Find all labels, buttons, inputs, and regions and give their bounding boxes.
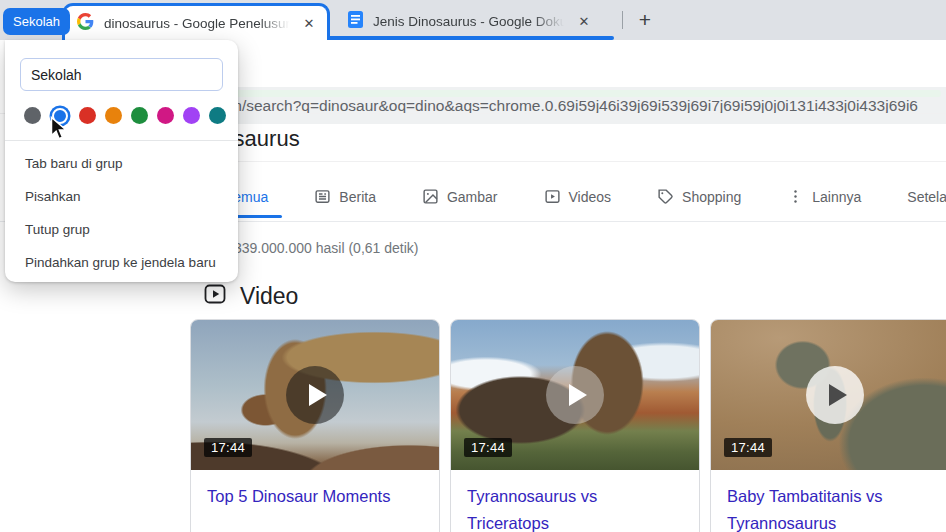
results-tab-lainnya[interactable]: Lainnya [787,188,861,205]
color-swatch-grey[interactable] [24,107,41,124]
video-title-link[interactable]: Baby Tambatitanis vs Tyrannosaurus [711,470,946,532]
video-thumbnail[interactable]: 17:44 [711,320,946,470]
results-tab-gambar[interactable]: Gambar [422,188,498,205]
play-icon[interactable] [546,366,604,424]
results-tab-shopping[interactable]: Shopping [657,188,741,205]
video-thumbnail[interactable]: 17:44 [451,320,699,470]
results-tab-label: Berita [339,189,376,205]
close-icon[interactable]: ✕ [299,13,319,33]
video-title-link[interactable]: Tyrannosaurus vs Triceratops [451,470,699,532]
tab-group-editor-popup: Tab baru di grupPisahkanTutup grupPindah… [5,40,238,282]
results-tab-label: Lainnya [812,189,861,205]
group-menu: Tab baru di grupPisahkanTutup grupPindah… [5,141,238,285]
search-box-edge [228,161,946,162]
results-tab-label: Setelan [907,189,946,205]
video-section-title: Video [240,283,298,310]
video-duration: 17:44 [204,438,252,457]
results-tab-label: Videos [569,189,612,205]
group-name-input[interactable] [20,58,223,91]
color-swatch-purple[interactable] [183,107,200,124]
video-duration: 17:44 [724,438,772,457]
results-tab-label: Gambar [447,189,498,205]
tag-icon [657,188,674,205]
video-section-icon [203,282,227,310]
video-icon [544,188,561,205]
results-tab-videos[interactable]: Videos [544,188,612,205]
results-tab-setelan[interactable]: Setelan [907,189,946,205]
tab-jenis-dinosaurus-docs[interactable]: Jenis Dinosaurus - Google Doku ✕ [334,4,602,38]
results-nav-tabs: SemuaBeritaGambarVideosShoppingLainnyaSe… [224,188,946,205]
color-swatch-teal[interactable] [209,107,226,124]
video-thumbnail[interactable]: 17:44 [191,320,439,470]
video-section-header: Video [203,282,298,310]
video-card[interactable]: 17:44Tyrannosaurus vs Triceratops [450,319,700,532]
color-swatch-green[interactable] [131,107,148,124]
video-title-link[interactable]: Top 5 Dinosaur Moments [191,470,439,510]
results-tab-berita[interactable]: Berita [314,188,376,205]
group-menu-item[interactable]: Tutup grup [5,213,238,246]
tab-title: Jenis Dinosaurus - Google Doku [373,14,568,29]
video-cards-row: 17:44Top 5 Dinosaur Moments17:44Tyrannos… [190,319,946,532]
tab-strip: dinosaurus - Google Penelusuran ✕ Jenis … [0,0,946,40]
new-tab-button[interactable]: + [632,7,658,33]
video-card[interactable]: 17:44Top 5 Dinosaur Moments [190,319,440,532]
group-menu-item[interactable]: Tab baru di grup [5,147,238,180]
tab-dinosaurus-search[interactable]: dinosaurus - Google Penelusuran ✕ [62,3,330,40]
results-stats: 339.000.000 hasil (0,61 detik) [234,240,418,256]
play-icon[interactable] [806,366,864,424]
news-icon [314,188,331,205]
video-duration: 17:44 [464,438,512,457]
group-menu-item[interactable]: Pindahkan grup ke jendela baru [5,246,238,279]
group-menu-item[interactable]: Pisahkan [5,180,238,213]
play-icon[interactable] [286,366,344,424]
google-g-icon [77,13,94,34]
more-icon [787,188,804,205]
tab-group-label[interactable]: Sekolah [3,8,70,35]
results-tab-label: Shopping [682,189,741,205]
mouse-cursor [50,116,69,147]
tab-title: dinosaurus - Google Penelusuran [104,16,293,31]
google-docs-icon [348,11,363,32]
image-icon [422,188,439,205]
video-card[interactable]: 17:44Baby Tambatitanis vs Tyrannosaurus [710,319,946,532]
tab-separator [622,11,623,29]
color-swatch-pink[interactable] [157,107,174,124]
close-icon[interactable]: ✕ [574,11,594,31]
color-swatch-red[interactable] [79,107,96,124]
color-swatch-orange[interactable] [105,107,122,124]
